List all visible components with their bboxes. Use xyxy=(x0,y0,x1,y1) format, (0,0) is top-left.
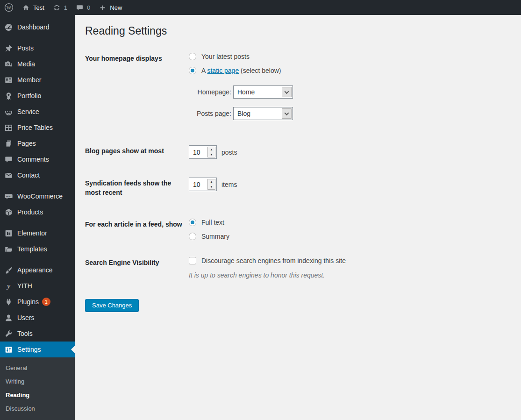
full-text-radio[interactable] xyxy=(189,219,196,226)
plug-icon xyxy=(4,297,13,306)
sidebar-item-yith[interactable]: yYITH xyxy=(0,278,75,294)
summary-option[interactable]: Summary xyxy=(189,233,229,240)
sidebar-item-elementor[interactable]: Elementor xyxy=(0,225,75,241)
feed-article-row: For each article in a feed, show Full te… xyxy=(85,219,512,240)
media-icon xyxy=(4,59,13,69)
static-page-option-label: A static page (select below) xyxy=(201,67,281,74)
sidebar-item-label: Templates xyxy=(17,245,47,253)
full-text-option-label: Full text xyxy=(201,219,224,226)
submenu-item-general[interactable]: General xyxy=(0,361,75,375)
site-link[interactable]: Test xyxy=(18,0,49,15)
feed-items-input[interactable]: 10 ▲ ▼ xyxy=(189,178,217,191)
sidebar-item-users[interactable]: Users xyxy=(0,310,75,326)
static-page-radio[interactable] xyxy=(189,67,196,74)
sidebar-item-label: Plugins xyxy=(17,298,39,306)
spinner-up-icon[interactable]: ▲ xyxy=(208,179,215,185)
sidebar-item-contact[interactable]: Contact xyxy=(0,167,75,183)
homepage-select[interactable]: Home xyxy=(233,85,293,99)
number-spinner[interactable]: ▲ ▼ xyxy=(207,179,215,190)
updates-count: 1 xyxy=(64,4,67,11)
sidebar-item-settings[interactable]: Settings xyxy=(0,342,75,357)
folder-icon xyxy=(4,244,13,254)
reading-settings-form: Your homepage displays Your latest posts… xyxy=(85,53,512,279)
chevron-down-icon xyxy=(285,111,289,115)
sidebar-item-service[interactable]: Service xyxy=(0,104,75,120)
sidebar-item-media[interactable]: Media xyxy=(0,56,75,72)
sidebar-item-label: Price Tables xyxy=(17,124,53,131)
sidebar-item-label: Member xyxy=(17,76,41,84)
submenu-item-reading[interactable]: Reading xyxy=(0,388,75,402)
smiley-icon xyxy=(4,107,13,116)
feed-items-value: 10 xyxy=(189,181,200,188)
full-text-option[interactable]: Full text xyxy=(189,219,229,226)
sidebar-item-products[interactable]: Products xyxy=(0,204,75,220)
wordpress-menu-button[interactable]: W xyxy=(0,0,18,15)
comments-link[interactable]: 0 xyxy=(71,0,94,15)
sidebar-item-label: Posts xyxy=(17,44,34,52)
dropdown-arrow-box[interactable] xyxy=(282,108,292,119)
comment-icon xyxy=(4,155,13,164)
sidebar-item-label: Comments xyxy=(17,156,49,163)
sidebar-item-label: Service xyxy=(17,108,39,115)
static-page-link[interactable]: static page xyxy=(207,67,239,74)
page-title: Reading Settings xyxy=(85,24,512,38)
homepage-displays-row: Your homepage displays Your latest posts… xyxy=(85,53,512,120)
home-icon xyxy=(22,4,30,12)
static-page-selects: Homepage: Home Posts page: Blog xyxy=(189,85,293,120)
sidebar-item-woocommerce[interactable]: WOOWooCommerce xyxy=(0,188,75,204)
spinner-down-icon[interactable]: ▼ xyxy=(208,152,215,157)
static-page-option[interactable]: A static page (select below) xyxy=(189,67,293,74)
items-unit-label: items xyxy=(221,181,237,188)
sidebar-item-dashboard[interactable]: Dashboard xyxy=(0,19,75,35)
submenu-item-discussion[interactable]: Discussion xyxy=(0,402,75,415)
sidebar-item-label: Tools xyxy=(17,330,33,337)
sidebar-item-plugins[interactable]: Plugins1 xyxy=(0,294,75,310)
new-content-menu[interactable]: New xyxy=(94,0,126,15)
sidebar-item-comments[interactable]: Comments xyxy=(0,151,75,167)
sidebar-item-price-tables[interactable]: Price Tables xyxy=(0,120,75,135)
updates-link[interactable]: 1 xyxy=(49,0,71,15)
admin-sidebar: DashboardPostsMediaMemberPortfolioServic… xyxy=(0,15,75,420)
posts-page-select[interactable]: Blog xyxy=(233,107,293,120)
cube-icon xyxy=(4,207,13,217)
sidebar-item-label: Portfolio xyxy=(17,92,41,100)
spinner-up-icon[interactable]: ▲ xyxy=(208,147,215,152)
discourage-indexing-option[interactable]: Discourage search engines from indexing … xyxy=(189,257,346,264)
sidebar-item-portfolio[interactable]: Portfolio xyxy=(0,88,75,104)
save-changes-button[interactable]: Save Changes xyxy=(85,299,139,312)
grid-icon xyxy=(4,123,13,132)
summary-radio[interactable] xyxy=(189,233,196,240)
syndication-row: Syndication feeds show the most recent 1… xyxy=(85,178,512,197)
settings-submenu: GeneralWritingReadingDiscussion xyxy=(0,357,75,420)
svg-text:W: W xyxy=(7,5,12,10)
brush-icon xyxy=(4,265,13,275)
plus-icon xyxy=(99,4,107,12)
latest-posts-option[interactable]: Your latest posts xyxy=(189,53,293,60)
sidebar-item-pages[interactable]: Pages xyxy=(0,135,75,151)
chevron-down-icon xyxy=(285,89,289,94)
sidebar-item-label: Appearance xyxy=(17,266,53,274)
sidebar-item-appearance[interactable]: Appearance xyxy=(0,262,75,278)
sidebar-item-posts[interactable]: Posts xyxy=(0,40,75,56)
svg-text:y: y xyxy=(6,282,10,290)
sidebar-item-templates[interactable]: Templates xyxy=(0,241,75,257)
sidebar-item-tools[interactable]: Tools xyxy=(0,326,75,342)
submenu-item-writing[interactable]: Writing xyxy=(0,375,75,388)
posts-per-page-value: 10 xyxy=(189,149,200,156)
pushpin-icon xyxy=(4,43,13,53)
wrench-icon xyxy=(4,329,13,338)
homepage-select-value: Home xyxy=(237,88,255,96)
sidebar-item-label: Elementor xyxy=(17,229,47,237)
number-spinner[interactable]: ▲ ▼ xyxy=(207,147,215,157)
spinner-down-icon[interactable]: ▼ xyxy=(208,185,215,190)
wordpress-logo-icon: W xyxy=(4,3,14,12)
sidebar-item-label: Media xyxy=(17,60,35,68)
search-engines-note: It is up to search engines to honor this… xyxy=(189,271,346,279)
sidebar-item-label: WooCommerce xyxy=(17,192,63,200)
sidebar-item-member[interactable]: Member xyxy=(0,72,75,88)
discourage-indexing-checkbox[interactable] xyxy=(189,257,196,264)
dropdown-arrow-box[interactable] xyxy=(282,87,292,97)
svg-text:WOO: WOO xyxy=(6,195,12,197)
posts-per-page-input[interactable]: 10 ▲ ▼ xyxy=(189,145,217,159)
latest-posts-radio[interactable] xyxy=(189,53,196,60)
